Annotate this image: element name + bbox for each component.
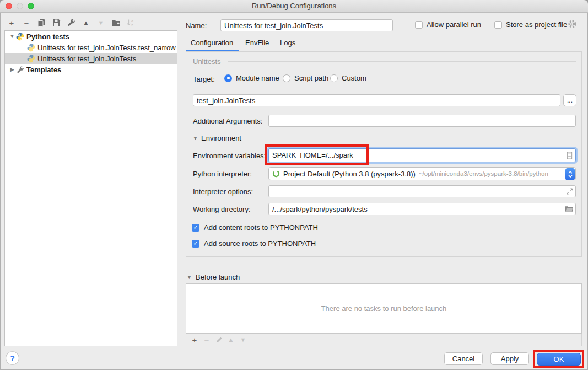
python-interpreter-select[interactable]: Project Default (Python 3.8 (pyspark-3.8…	[268, 167, 576, 180]
select-stepper[interactable]	[565, 168, 575, 180]
wrench-icon	[16, 66, 24, 74]
allow-parallel-run-option[interactable]: Allow parallel run	[415, 20, 481, 29]
move-task-up-button[interactable]: ▲	[225, 335, 237, 345]
arrow-up-icon: ▲	[83, 19, 89, 26]
add-source-roots-option[interactable]: ✓ Add source roots to PYTHONPATH	[192, 239, 316, 248]
script-path-radio[interactable]	[283, 74, 290, 82]
module-name-input[interactable]	[193, 94, 560, 106]
python-interpreter-label: Python interpreter:	[193, 170, 252, 178]
copy-configuration-button[interactable]	[35, 17, 47, 28]
tree-item-templates[interactable]: ▶ Templates	[5, 64, 177, 75]
run-debug-configurations-dialog: Run/Debug Configurations + − ▲ ▼ az ▼ Py…	[0, 0, 588, 370]
group-divider	[228, 61, 576, 62]
interpreter-options-field	[268, 185, 576, 197]
expand-field-icon[interactable]	[566, 188, 573, 195]
interpreter-options-input[interactable]	[268, 185, 576, 197]
pencil-icon	[215, 336, 223, 344]
edit-task-button[interactable]	[213, 335, 225, 345]
cancel-button[interactable]: Cancel	[444, 352, 483, 365]
target-label: Target:	[193, 75, 215, 83]
target-script-path-option[interactable]: Script path	[283, 74, 328, 82]
gear-icon[interactable]	[568, 19, 577, 29]
custom-label: Custom	[342, 74, 366, 82]
plus-icon: +	[192, 335, 197, 345]
add-content-roots-option[interactable]: ✓ Add content roots to PYTHONPATH	[192, 223, 318, 232]
tree-item-jointests-selected[interactable]: Unittests for test_join.JoinTests	[5, 53, 177, 64]
add-task-button[interactable]: +	[188, 335, 201, 345]
working-directory-input[interactable]	[268, 203, 576, 215]
browse-module-button[interactable]: ...	[563, 94, 576, 106]
interpreter-path: ~/opt/miniconda3/envs/pyspark-3.8/bin/py…	[419, 170, 548, 177]
store-as-project-file-option[interactable]: Store as project file	[494, 20, 567, 29]
chevron-down-icon: ▼	[8, 34, 16, 39]
tree-item-label: Python tests	[26, 33, 69, 41]
configuration-panel: Unittests Target: Module name Script pat…	[186, 51, 582, 257]
tree-item-test-narrow[interactable]: Unittests for test_join.JoinTests.test_n…	[5, 42, 177, 53]
ellipsis-icon: ...	[567, 96, 573, 104]
new-folder-icon	[111, 18, 121, 27]
source-roots-checkbox[interactable]: ✓	[192, 240, 199, 248]
source-roots-label: Add source roots to PYTHONPATH	[204, 239, 316, 248]
module-name-radio[interactable]	[224, 74, 232, 82]
ok-label: OK	[554, 355, 564, 363]
edit-templates-button[interactable]	[65, 17, 77, 28]
apply-label: Apply	[501, 355, 519, 363]
tab-envfile[interactable]: EnvFile	[245, 39, 269, 47]
store-as-project-label: Store as project file	[506, 20, 567, 29]
move-up-button[interactable]: ▲	[80, 17, 92, 28]
script-path-label: Script path	[294, 74, 328, 82]
minus-icon: −	[204, 335, 209, 345]
chevron-right-icon: ▶	[8, 67, 16, 72]
python-test-icon	[27, 55, 35, 63]
new-folder-button[interactable]	[110, 17, 122, 28]
target-custom-option[interactable]: Custom	[330, 74, 366, 82]
before-launch-divider	[241, 277, 578, 277]
store-as-project-checkbox[interactable]	[494, 21, 502, 29]
tree-item-python-tests[interactable]: ▼ Python tests	[5, 31, 177, 42]
tab-configuration[interactable]: Configuration	[191, 39, 233, 47]
environment-section-label: Environment	[201, 134, 241, 142]
wrench-icon	[67, 18, 75, 27]
save-configuration-button[interactable]	[50, 17, 62, 28]
sort-az-icon: az	[126, 18, 135, 27]
environment-divider	[247, 138, 576, 138]
environment-variables-field	[268, 148, 576, 162]
tab-logs[interactable]: Logs	[280, 39, 295, 47]
before-launch-label: Before launch	[196, 273, 240, 281]
folder-icon[interactable]	[565, 206, 573, 213]
arrow-down-icon: ▼	[98, 19, 104, 26]
name-input[interactable]	[220, 19, 393, 31]
cancel-label: Cancel	[452, 355, 474, 363]
check-icon: ✓	[193, 224, 198, 230]
environment-collapse-icon[interactable]: ▼	[193, 136, 198, 141]
svg-text:a: a	[131, 19, 133, 23]
allow-parallel-checkbox[interactable]	[415, 21, 423, 29]
sort-configurations-button[interactable]: az	[125, 17, 137, 28]
working-directory-label: Working directory:	[193, 205, 251, 213]
additional-arguments-input[interactable]	[268, 115, 576, 127]
tree-item-label: Unittests for test_join.JoinTests.test_n…	[37, 44, 176, 52]
custom-radio[interactable]	[330, 74, 338, 82]
sidebar-toolbar: + − ▲ ▼ az	[6, 17, 137, 28]
copy-icon	[37, 18, 46, 27]
add-configuration-button[interactable]: +	[6, 17, 18, 28]
conda-env-icon	[272, 170, 280, 178]
remove-task-button[interactable]: −	[201, 335, 213, 345]
no-tasks-message: There are no tasks to run before launch	[321, 304, 447, 313]
apply-button[interactable]: Apply	[490, 352, 529, 365]
move-task-down-button[interactable]: ▼	[237, 335, 249, 345]
environment-variables-input[interactable]	[268, 148, 576, 162]
move-down-button[interactable]: ▼	[95, 17, 107, 28]
edit-variables-icon[interactable]	[566, 151, 573, 159]
before-launch-task-list: There are no tasks to run before launch	[186, 283, 582, 334]
remove-configuration-button[interactable]: −	[20, 17, 33, 28]
content-roots-checkbox[interactable]: ✓	[192, 224, 199, 232]
environment-variables-label: Environment variables:	[193, 152, 266, 160]
help-button[interactable]: ?	[6, 351, 19, 365]
python-icon	[16, 33, 24, 41]
ok-button[interactable]: OK	[537, 353, 581, 366]
target-module-name-option[interactable]: Module name	[224, 74, 279, 82]
tree-item-label: Unittests for test_join.JoinTests	[37, 55, 136, 63]
plus-icon: +	[9, 18, 14, 28]
before-launch-collapse-icon[interactable]: ▼	[187, 275, 192, 280]
